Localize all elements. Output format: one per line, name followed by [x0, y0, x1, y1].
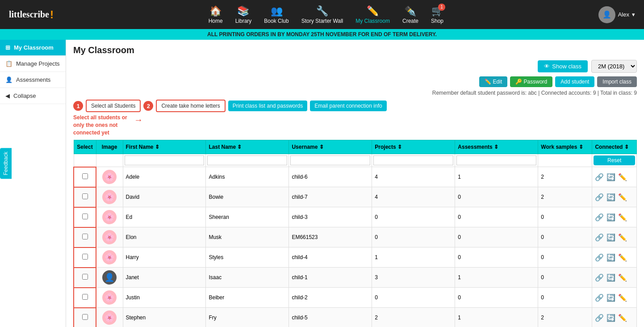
cell-select — [74, 308, 96, 327]
page-title: My Classroom — [73, 45, 637, 55]
cell-last-name: Styles — [206, 247, 289, 268]
refresh-icon[interactable]: 🔄 — [606, 173, 615, 181]
cell-work-samples: 0 — [538, 268, 592, 288]
class-selector[interactable]: 2M (2018) — [591, 60, 637, 73]
feedback-tab[interactable]: Feedback — [0, 148, 12, 179]
nav-item-book-club[interactable]: 👥 Book Club — [264, 5, 289, 24]
connect-icon[interactable]: 🔗 — [595, 193, 604, 201]
edit-student-icon[interactable]: ✏️ — [618, 293, 627, 302]
cell-work-samples: 2 — [538, 308, 592, 327]
nav-item-library[interactable]: 📚 Library — [235, 5, 252, 24]
sidebar-item-collapse[interactable]: ◀ Collapse — [0, 88, 66, 104]
connect-icon[interactable]: 🔗 — [595, 273, 604, 282]
col-image: Image — [96, 140, 123, 154]
cell-select — [74, 227, 96, 247]
student-checkbox[interactable] — [82, 274, 88, 280]
connect-icon[interactable]: 🔗 — [595, 173, 604, 181]
nav-item-home[interactable]: 🏠 Home — [209, 5, 223, 24]
cell-projects: 3 — [372, 268, 455, 288]
filter-last-name[interactable] — [207, 155, 287, 165]
connect-icon[interactable]: 🔗 — [595, 293, 604, 302]
sidebar-item-my-classroom[interactable]: ⊞ My Classroom — [0, 40, 66, 56]
cell-last-name: Musk — [206, 227, 289, 247]
col-work-samples[interactable]: Work samples ⇕ — [538, 140, 592, 154]
refresh-icon[interactable]: 🔄 — [606, 293, 615, 302]
edit-student-icon[interactable]: ✏️ — [618, 173, 627, 181]
nav-item-create[interactable]: ✒️ Create — [402, 5, 418, 24]
email-parent-button[interactable]: Email parent connection info — [310, 101, 386, 111]
sidebar-label-collapse: Collapse — [13, 92, 36, 99]
edit-student-icon[interactable]: ✏️ — [618, 213, 627, 222]
connect-icon[interactable]: 🔗 — [595, 253, 604, 262]
student-checkbox[interactable] — [82, 294, 88, 300]
select-all-students-button[interactable]: Select all Students — [86, 100, 141, 112]
cell-first-name: Elon — [123, 227, 206, 247]
filter-projects[interactable] — [373, 155, 453, 165]
student-checkbox[interactable] — [82, 314, 88, 320]
connect-icon[interactable]: 🔗 — [595, 314, 604, 322]
filter-first-name[interactable] — [125, 155, 205, 165]
refresh-icon[interactable]: 🔄 — [606, 233, 615, 242]
password-button[interactable]: 🔑 Password — [510, 76, 552, 87]
student-checkbox[interactable] — [82, 214, 88, 219]
edit-button[interactable]: ✏️ Edit — [479, 76, 507, 87]
book-club-icon: 👥 — [271, 5, 283, 17]
refresh-icon[interactable]: 🔄 — [606, 314, 615, 322]
logo[interactable]: littlescribe ! — [9, 8, 54, 21]
cell-first-name: Stephen — [123, 308, 206, 327]
info-bar: Remember default student password is: ab… — [73, 90, 637, 96]
cell-first-name: David — [123, 187, 206, 207]
cell-projects: 1 — [372, 247, 455, 268]
refresh-icon[interactable]: 🔄 — [606, 253, 615, 262]
edit-student-icon[interactable]: ✏️ — [618, 314, 627, 322]
import-class-button[interactable]: Import class — [597, 76, 637, 87]
annotation-bubble-2: 2 — [143, 101, 153, 111]
cell-select — [74, 187, 96, 207]
refresh-icon[interactable]: 🔄 — [606, 193, 615, 201]
edit-student-icon[interactable]: ✏️ — [618, 193, 627, 201]
eye-icon: 👁 — [544, 63, 550, 70]
filter-username[interactable] — [290, 155, 370, 165]
cell-assessments: 0 — [455, 227, 538, 247]
connect-icon[interactable]: 🔗 — [595, 233, 604, 242]
callout-arrow-icon: → — [134, 115, 143, 125]
add-student-button[interactable]: Add student — [555, 76, 594, 87]
create-letters-button[interactable]: Create take home letters — [156, 100, 225, 112]
student-checkbox[interactable] — [82, 193, 88, 199]
nav-item-story-starter-wall[interactable]: 🔧 Story Starter Wall — [301, 5, 343, 24]
edit-student-icon[interactable]: ✏️ — [618, 253, 627, 262]
cell-username: child-2 — [289, 288, 372, 308]
col-username[interactable]: Username ⇕ — [289, 140, 372, 154]
show-class-button[interactable]: 👁 Show class — [538, 60, 588, 72]
logo-exclaim: ! — [50, 8, 54, 21]
connect-icon[interactable]: 🔗 — [595, 213, 604, 222]
edit-student-icon[interactable]: ✏️ — [618, 273, 627, 282]
cell-first-name: Harry — [123, 247, 206, 268]
col-assessments[interactable]: Assessments ⇕ — [455, 140, 538, 154]
print-list-button[interactable]: Print class list and passwords — [228, 101, 307, 111]
reset-button[interactable]: Reset — [594, 155, 635, 165]
nav-item-shop[interactable]: 🛒 Shop 1 — [431, 5, 443, 24]
header: littlescribe ! 🏠 Home 📚 Library 👥 Book C… — [0, 0, 644, 29]
cell-image: 🌸 — [96, 207, 123, 227]
filter-assessments[interactable] — [456, 155, 536, 165]
col-last-name[interactable]: Last Name ⇕ — [206, 140, 289, 154]
cell-username: child-7 — [289, 187, 372, 207]
user-menu[interactable]: 👤 Alex ▾ — [598, 6, 635, 23]
student-checkbox[interactable] — [82, 254, 88, 260]
nav-item-my-classroom[interactable]: ✏️ My Classroom — [355, 5, 390, 24]
cell-connected: 🔗 🔄 ✏️ — [592, 207, 637, 227]
col-first-name[interactable]: First Name ⇕ — [123, 140, 206, 154]
col-connected[interactable]: Connected ⇕ — [592, 140, 637, 154]
sidebar-item-manage-projects[interactable]: 📋 Manage Projects — [0, 56, 66, 72]
avatar: 👤 — [598, 6, 615, 23]
user-dropdown-icon: ▾ — [632, 11, 635, 18]
col-projects[interactable]: Projects ⇕ — [372, 140, 455, 154]
student-checkbox[interactable] — [82, 234, 88, 239]
sidebar-item-assessments[interactable]: 👤 Assessments — [0, 72, 66, 88]
edit-student-icon[interactable]: ✏️ — [618, 233, 627, 242]
student-checkbox[interactable] — [82, 173, 88, 179]
refresh-icon[interactable]: 🔄 — [606, 213, 615, 222]
cell-image: 🌸 — [96, 308, 123, 327]
refresh-icon[interactable]: 🔄 — [606, 273, 615, 282]
